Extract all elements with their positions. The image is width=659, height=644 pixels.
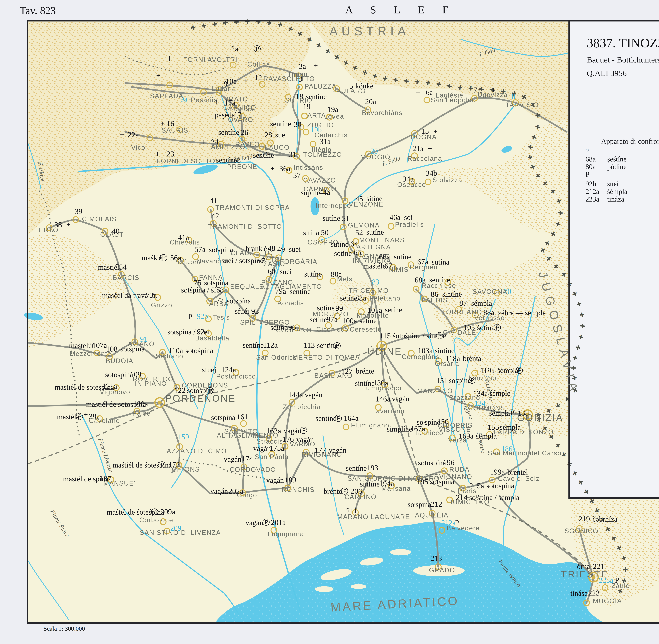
map-label: vagán <box>305 391 322 399</box>
scale-note: Scala 1: 300.000 <box>44 625 85 632</box>
sheet-number: Tav. 823 <box>20 5 56 17</box>
map-label: 42 <box>211 211 219 220</box>
map-reference: Q.ALI 3956 <box>587 69 627 78</box>
map-label: San Odorico <box>256 354 297 361</box>
map-label: Ⓟ <box>334 342 341 350</box>
map-label: Flumignano <box>351 421 389 429</box>
map-label: Modoletto <box>357 312 389 319</box>
map-label: CIMOLAÍS <box>82 215 117 223</box>
map-label: PORDENONE <box>165 393 236 404</box>
map-label: 146a <box>376 395 390 403</box>
map-label: Versa <box>448 437 467 444</box>
map-label: P <box>188 313 192 321</box>
map-label: AUSTRIA <box>330 24 410 38</box>
map-label: + <box>381 97 385 105</box>
map-label: MERETO DI TOMBA <box>293 354 360 361</box>
map-label: FORGÁRIA <box>280 258 317 265</box>
map-label: suei <box>289 245 301 253</box>
map-label: 159 <box>178 433 189 441</box>
map-label: Ciconicco <box>316 326 348 333</box>
map-label: vagán <box>210 487 228 495</box>
map-label: vagán <box>253 444 271 453</box>
map-label: 174 <box>242 455 253 463</box>
map-label: 162a <box>266 427 281 435</box>
map-label: śotína <box>477 323 495 331</box>
map-label: sotspína <box>211 413 235 421</box>
map-label: Intissáns <box>294 164 323 171</box>
map-label: Ⓟ <box>300 427 307 435</box>
map-label: sutíne <box>331 240 348 248</box>
map-label: śémpla <box>489 409 510 417</box>
map-label: 112a <box>263 341 278 349</box>
map-label: PALUZZA <box>304 83 337 90</box>
map-label: 75 <box>194 278 201 287</box>
map-label: sotspína <box>227 297 251 305</box>
map-label: DOGNA <box>411 133 437 141</box>
map-label: Palse <box>132 410 151 417</box>
map-label: GORIZIA <box>517 412 564 423</box>
map-label: vagán <box>392 394 409 402</box>
map-label: brénta <box>463 354 481 363</box>
map-label: GRADO <box>429 567 455 574</box>
map-label: sémpla <box>476 432 497 440</box>
map-label: sentíne <box>290 288 311 296</box>
apparato-row: 212aśémpla <box>586 188 627 196</box>
map-label: Ugovizza <box>478 91 508 98</box>
map-label: Lugugnana <box>268 530 304 538</box>
map-label: setíne <box>340 294 357 302</box>
map-label: Cergneu <box>410 263 438 271</box>
map-label: Navaróns <box>197 257 228 265</box>
map-label: 50 <box>321 228 328 237</box>
map-label: Ⓟ <box>151 508 158 516</box>
map-label: Ialmicco <box>416 429 443 437</box>
map-label: simplíne <box>387 425 412 433</box>
map-label: 108 <box>106 345 118 353</box>
map-label: sentíne <box>253 151 274 159</box>
map-label: Raccolana <box>407 155 442 162</box>
map-label: + <box>245 45 249 53</box>
map-label: 52 <box>355 228 363 237</box>
map-label: 161 <box>236 413 248 421</box>
map-label: Collina <box>247 61 270 68</box>
map-label: Zàule <box>611 582 630 590</box>
map-label: 44a <box>319 188 330 197</box>
map-label: + <box>214 98 219 106</box>
map-label: vagán <box>246 519 263 527</box>
map-label: MANZANO <box>417 387 453 395</box>
map-label: SAPPADA <box>150 92 183 100</box>
map-label: MANSUE' <box>103 480 136 487</box>
map-label: 73a <box>146 291 157 299</box>
map-label: 119a <box>480 366 495 375</box>
map-label: CHIONS <box>172 466 200 473</box>
map-label: 107a <box>92 341 107 349</box>
map-label: Belvedere <box>447 525 480 532</box>
map-label: FIUMICELLO <box>446 498 490 506</box>
map-label: Interneppo <box>316 202 351 209</box>
map-label: sentíne <box>218 128 239 136</box>
map-label: Mezzomonte <box>70 350 111 357</box>
map-label: 31a <box>320 137 331 146</box>
map-label: PAULARO <box>332 87 366 95</box>
apparato-row: 92bsuei <box>586 180 627 188</box>
map-label: sotospína <box>486 482 514 490</box>
map-label: 92b <box>197 312 208 320</box>
map-label: soi <box>404 213 413 222</box>
map-label: RAVASCLETTO <box>263 75 315 83</box>
map-subtitle: Baquet - Bottichuntersatz - Čeber <box>587 55 659 65</box>
map-label: RUDA <box>449 466 470 473</box>
map-label: sotśpína / śfoi <box>181 286 222 294</box>
map-label: Vico <box>131 144 145 151</box>
map-label: PREONE <box>227 163 257 170</box>
map-label: + <box>314 62 318 70</box>
map-label: + <box>270 164 275 172</box>
map-label: ARTEGNA <box>356 244 391 251</box>
apparato-title: Apparato di confronto <box>601 137 659 145</box>
map-label: mastiél <box>98 263 119 271</box>
map-label: CIVIDALE <box>443 329 476 336</box>
map-label: Bevorchiáns <box>362 109 403 116</box>
map-label: 83 <box>372 278 379 286</box>
map-label: sutíne <box>394 253 411 261</box>
map-label: BASILIANO <box>314 372 353 380</box>
map-label: Ⓟ <box>468 376 476 385</box>
map-label: Aonedis <box>277 299 304 307</box>
